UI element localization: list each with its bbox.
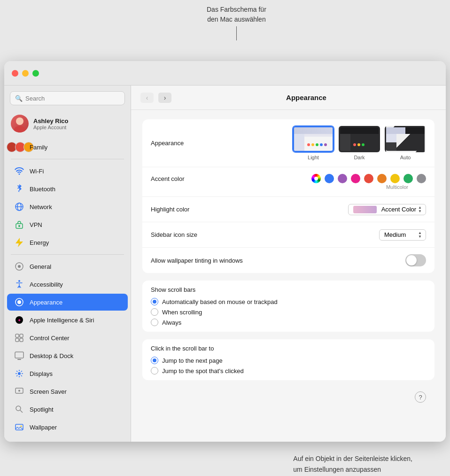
settings-group-appearance: Appearance: [142, 119, 434, 273]
sidebar-icon-size-label: Sidebar icon size: [151, 231, 226, 238]
appearance-thumb-dark: [339, 126, 380, 152]
svg-point-23: [16, 406, 21, 411]
sidebar: 🔍 Ashley Rico Apple Account: [4, 86, 131, 442]
screen-saver-icon: [14, 386, 25, 397]
sidebar-user[interactable]: Ashley Rico Apple Account: [4, 111, 131, 136]
sidebar-item-wifi[interactable]: Wi-Fi: [7, 163, 128, 179]
sidebar-item-general[interactable]: General: [7, 258, 128, 275]
accent-swatch-gray[interactable]: [417, 174, 426, 183]
sidebar-icon-size-control: Medium ▲▼: [226, 229, 426, 241]
search-input[interactable]: [25, 95, 120, 102]
svg-line-24: [20, 410, 23, 413]
appearance-auto-label: Auto: [400, 155, 411, 160]
svg-point-20: [18, 372, 21, 375]
highlight-control: Accent Color ▲▼: [226, 204, 426, 215]
accent-swatch-red[interactable]: [364, 174, 373, 183]
wallpaper-tinting-row: Allow wallpaper tinting in windows: [142, 248, 434, 273]
sidebar-item-desktop-dock[interactable]: Desktop & Dock: [7, 347, 128, 364]
accent-swatch-orange[interactable]: [377, 174, 387, 183]
scroll-scrolling-option[interactable]: When scrolling: [151, 308, 426, 316]
appearance-option-auto[interactable]: Auto: [385, 126, 426, 160]
accent-swatch-purple[interactable]: [338, 174, 347, 183]
spotlight-icon: [14, 404, 25, 415]
tooltip-top: Das Farbschema für den Mac auswählen: [207, 5, 266, 40]
svg-point-1: [14, 126, 25, 133]
desktop-icon: [14, 350, 25, 361]
accent-swatch-green[interactable]: [403, 174, 413, 183]
nav-forward-button[interactable]: ›: [158, 93, 171, 103]
wallpaper-tinting-toggle[interactable]: [405, 254, 426, 266]
user-name: Ashley Rico: [33, 117, 68, 125]
svg-point-8: [18, 265, 21, 268]
accent-swatch-yellow[interactable]: [390, 174, 400, 183]
click-clicked-spot-radio[interactable]: [151, 367, 158, 375]
svg-point-6: [18, 225, 20, 227]
displays-label: Displays: [30, 370, 53, 377]
appearance-option-dark[interactable]: Dark: [339, 126, 380, 160]
sidebar-item-family[interactable]: Family: [7, 139, 128, 156]
sidebar-item-spotlight[interactable]: Spotlight: [7, 401, 128, 418]
sidebar-item-network[interactable]: Network: [7, 198, 128, 215]
accent-swatch-pink[interactable]: [351, 174, 360, 183]
click-next-page-option[interactable]: Jump to the next page: [151, 357, 426, 364]
click-scroll-label: Click in the scroll bar to: [151, 345, 426, 352]
tooltip-bottom: Auf ein Objekt in der Seitenleiste klick…: [293, 453, 412, 475]
nav-back-button[interactable]: ‹: [140, 93, 154, 103]
accent-swatches: [226, 174, 426, 183]
accent-swatch-multicolor[interactable]: [311, 174, 321, 183]
minimize-button[interactable]: [22, 70, 29, 77]
scroll-always-label: Always: [162, 319, 181, 326]
settings-group-scrollbars: Show scroll bars Automatically based on …: [142, 281, 434, 332]
sidebar-item-control-center[interactable]: Control Center: [7, 329, 128, 346]
appearance-option-light[interactable]: Light: [293, 126, 334, 160]
help-button[interactable]: ?: [415, 391, 426, 403]
maximize-button[interactable]: [32, 70, 39, 77]
highlight-dropdown[interactable]: Accent Color ▲▼: [348, 204, 426, 215]
sidebar-item-screen-saver[interactable]: Screen Saver: [7, 383, 128, 400]
outer-wrapper: Das Farbschema für den Mac auswählen 🔍: [0, 0, 450, 476]
control-center-label: Control Center: [30, 335, 70, 342]
scroll-scrolling-radio[interactable]: [151, 308, 158, 316]
wallpaper-tinting-label: Allow wallpaper tinting in windows: [151, 257, 243, 264]
scroll-always-radio[interactable]: [151, 319, 158, 326]
settings-content: Appearance: [131, 110, 446, 418]
settings-group-click-scroll: Click in the scroll bar to Jump to the n…: [142, 339, 434, 380]
sidebar-item-accessibility[interactable]: Accessibility: [7, 276, 128, 293]
svg-point-26: [21, 426, 22, 427]
bluetooth-label: Bluetooth: [30, 186, 55, 193]
sidebar-item-apple-intelligence[interactable]: ✦ Apple Intelligence & Siri: [7, 312, 128, 328]
sidebar-item-wallpaper[interactable]: Wallpaper: [7, 419, 128, 436]
highlight-preview: [353, 206, 377, 213]
svg-point-9: [18, 280, 20, 282]
click-next-page-label: Jump to the next page: [162, 357, 223, 364]
energy-icon: [14, 237, 25, 248]
scroll-always-option[interactable]: Always: [151, 319, 426, 326]
general-icon: [14, 261, 25, 272]
scroll-auto-radio[interactable]: [151, 298, 158, 305]
sidebar-item-energy[interactable]: Energy: [7, 234, 128, 251]
bluetooth-icon: [14, 183, 25, 195]
pane-header: ‹ › Appearance: [131, 86, 446, 110]
click-next-page-radio[interactable]: [151, 357, 158, 364]
accessibility-label: Accessibility: [30, 281, 63, 288]
sidebar-item-appearance[interactable]: Appearance: [7, 294, 128, 311]
network-icon: [14, 201, 25, 212]
sidebar-item-displays[interactable]: Displays: [7, 365, 128, 382]
accent-sublabel: Multicolor: [386, 184, 408, 190]
svg-point-0: [16, 117, 23, 125]
close-button[interactable]: [12, 70, 18, 77]
search-bar[interactable]: 🔍: [10, 91, 125, 105]
click-clicked-spot-option[interactable]: Jump to the spot that's clicked: [151, 367, 426, 375]
sidebar-icon-size-dropdown[interactable]: Medium ▲▼: [379, 229, 426, 241]
accent-swatch-blue[interactable]: [325, 174, 334, 183]
click-scroll-group: Click in the scroll bar to Jump to the n…: [142, 339, 434, 380]
highlight-color-label: Highlight color: [151, 206, 226, 213]
scroll-auto-option[interactable]: Automatically based on mouse or trackpad: [151, 298, 426, 305]
siri-icon: ✦: [14, 314, 25, 326]
sidebar-item-vpn[interactable]: VPN: [7, 216, 128, 233]
scroll-auto-label: Automatically based on mouse or trackpad: [162, 298, 278, 305]
accent-color-row: Accent color: [142, 167, 434, 197]
control-center-icon: [14, 332, 25, 343]
scroll-scrolling-label: When scrolling: [162, 309, 202, 316]
sidebar-item-bluetooth[interactable]: Bluetooth: [7, 180, 128, 197]
